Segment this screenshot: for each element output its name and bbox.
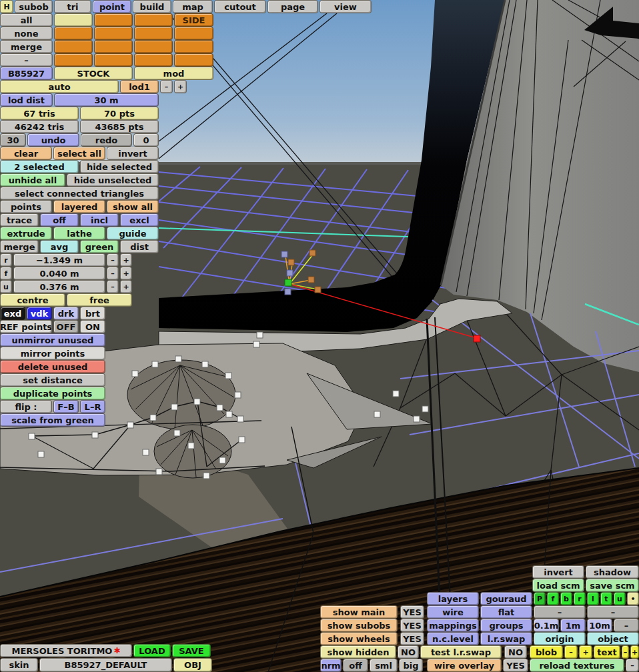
- btn-big[interactable]: big: [399, 659, 423, 672]
- btn-subob-cell[interactable]: –: [107, 267, 119, 280]
- btn-layered[interactable]: layered: [53, 200, 105, 213]
- btn-side[interactable]: SIDE: [174, 13, 213, 27]
- btn-subob-cell[interactable]: –: [0, 53, 53, 67]
- btn-trace[interactable]: trace: [0, 213, 39, 227]
- btn-undo[interactable]: undo: [27, 133, 79, 147]
- subob-cell[interactable]: [54, 53, 93, 67]
- btn-auto[interactable]: auto: [0, 80, 119, 93]
- btn-drk[interactable]: drk: [53, 307, 79, 320]
- btn-b85927-default[interactable]: B85927_DEFAULT: [39, 658, 172, 672]
- btn-n-c-level[interactable]: n.c.level: [427, 632, 479, 645]
- btn-h[interactable]: H: [0, 0, 13, 13]
- btn-merge[interactable]: merge: [0, 240, 39, 253]
- btn-reload-textures[interactable]: reload textures: [530, 659, 624, 672]
- btn-load[interactable]: LOAD: [133, 644, 171, 657]
- btn-subob[interactable]: subob: [15, 0, 53, 13]
- btn-show-subobs[interactable]: show subobs: [320, 619, 398, 632]
- btn-green[interactable]: green: [80, 240, 119, 253]
- btn-30-m[interactable]: 30 m: [54, 93, 159, 107]
- btn-yes[interactable]: YES: [400, 605, 424, 619]
- btn-r[interactable]: r: [574, 592, 586, 605]
- btn-u[interactable]: u: [614, 592, 626, 605]
- btn-r[interactable]: r: [0, 253, 12, 267]
- btn-object[interactable]: object: [587, 632, 639, 645]
- subob-cell[interactable]: [54, 13, 93, 27]
- btn-subob-cell[interactable]: –: [160, 80, 173, 93]
- subob-cell[interactable]: [174, 53, 213, 67]
- btn-show-wheels[interactable]: show wheels: [320, 632, 398, 645]
- btn-f[interactable]: f: [547, 592, 559, 605]
- btn-mappings[interactable]: mappings: [427, 619, 479, 632]
- btn-subob-cell[interactable]: –: [614, 619, 639, 632]
- subob-cell[interactable]: [134, 27, 173, 40]
- btn-exd[interactable]: exd: [0, 307, 25, 320]
- btn-nrm[interactable]: nrm: [320, 659, 342, 672]
- btn-text[interactable]: text: [594, 645, 620, 659]
- btn-subob-cell[interactable]: –: [107, 253, 119, 267]
- btn-select-all[interactable]: select all: [53, 147, 105, 160]
- btn-lod-dist[interactable]: lod dist: [0, 93, 53, 107]
- btn-wire-overlay[interactable]: wire overlay: [427, 659, 502, 672]
- btn-load-scm[interactable]: load scm: [532, 579, 584, 592]
- btn-p[interactable]: P: [534, 592, 546, 605]
- btn-subob-cell[interactable]: –: [564, 645, 578, 659]
- subob-cell[interactable]: [54, 40, 93, 53]
- btn-off[interactable]: OFF: [53, 320, 79, 333]
- btn-merge[interactable]: merge: [0, 40, 53, 53]
- btn-stock[interactable]: STOCK: [54, 67, 133, 80]
- btn-f[interactable]: f: [0, 267, 12, 280]
- btn-skin[interactable]: skin: [0, 658, 38, 672]
- btn-points[interactable]: points: [0, 200, 52, 213]
- btn-avg[interactable]: avg: [40, 240, 79, 253]
- btn-mod[interactable]: mod: [134, 67, 213, 80]
- btn-page[interactable]: page: [267, 0, 318, 13]
- btn-duplicate-points[interactable]: duplicate points: [0, 387, 105, 400]
- btn-select-connected-triangles[interactable]: select connected triangles: [0, 187, 159, 200]
- subob-cell[interactable]: [94, 13, 133, 27]
- btn-invert[interactable]: invert: [532, 565, 584, 579]
- subob-cell[interactable]: [134, 40, 173, 53]
- btn-subob-cell[interactable]: –: [587, 605, 639, 619]
- btn-subob-cell[interactable]: –: [534, 605, 586, 619]
- btn-flip[interactable]: flip :: [0, 400, 52, 413]
- btn-cutout[interactable]: cutout: [214, 0, 266, 13]
- btn-redo[interactable]: redo: [81, 133, 132, 147]
- subob-cell[interactable]: [174, 27, 213, 40]
- btn-2-selected[interactable]: 2 selected: [0, 160, 79, 173]
- btn-vdk[interactable]: vdk: [27, 307, 52, 320]
- subob-cell[interactable]: [94, 53, 133, 67]
- btn-mirror-points[interactable]: mirror points: [0, 347, 105, 360]
- btn-tri[interactable]: tri: [54, 0, 91, 13]
- btn-show-all[interactable]: show all: [107, 200, 159, 213]
- btn-clear[interactable]: clear: [0, 147, 52, 160]
- btn-67-tris[interactable]: 67 tris: [0, 107, 79, 120]
- btn-subob-cell[interactable]: +: [630, 645, 639, 659]
- btn-delete-unused[interactable]: delete unused: [0, 360, 105, 373]
- btn-b85927[interactable]: B85927: [0, 67, 53, 80]
- btn-l-r[interactable]: L–R: [80, 400, 105, 413]
- btn-brt[interactable]: brt: [80, 307, 105, 320]
- btn-shadow[interactable]: shadow: [586, 565, 639, 579]
- btn-ref-points[interactable]: REF points: [0, 320, 52, 333]
- btn-yes[interactable]: YES: [400, 632, 424, 645]
- btn-point[interactable]: point: [93, 0, 131, 13]
- btn-subob-cell[interactable]: +: [120, 267, 132, 280]
- btn-yes[interactable]: YES: [400, 619, 424, 632]
- btn-30[interactable]: 30: [0, 133, 26, 147]
- btn-unhide-all[interactable]: unhide all: [0, 173, 65, 187]
- btn-dist[interactable]: dist: [120, 240, 159, 253]
- btn-set-distance[interactable]: set distance: [0, 373, 105, 387]
- subob-cell[interactable]: [134, 53, 173, 67]
- btn-b[interactable]: b: [560, 592, 572, 605]
- btn-map[interactable]: map: [173, 0, 213, 13]
- btn-wire[interactable]: wire: [427, 605, 479, 619]
- btn-obj[interactable]: OBJ: [173, 658, 212, 672]
- btn-all[interactable]: all: [0, 13, 53, 27]
- btn-t[interactable]: t: [600, 592, 612, 605]
- btn-subob-cell[interactable]: +: [174, 80, 187, 93]
- btn-free[interactable]: free: [67, 293, 132, 307]
- btn-yes[interactable]: YES: [503, 659, 528, 672]
- btn-guide[interactable]: guide: [107, 227, 159, 240]
- btn-gouraud[interactable]: gouraud: [480, 592, 532, 605]
- btn-70-pts[interactable]: 70 pts: [80, 107, 159, 120]
